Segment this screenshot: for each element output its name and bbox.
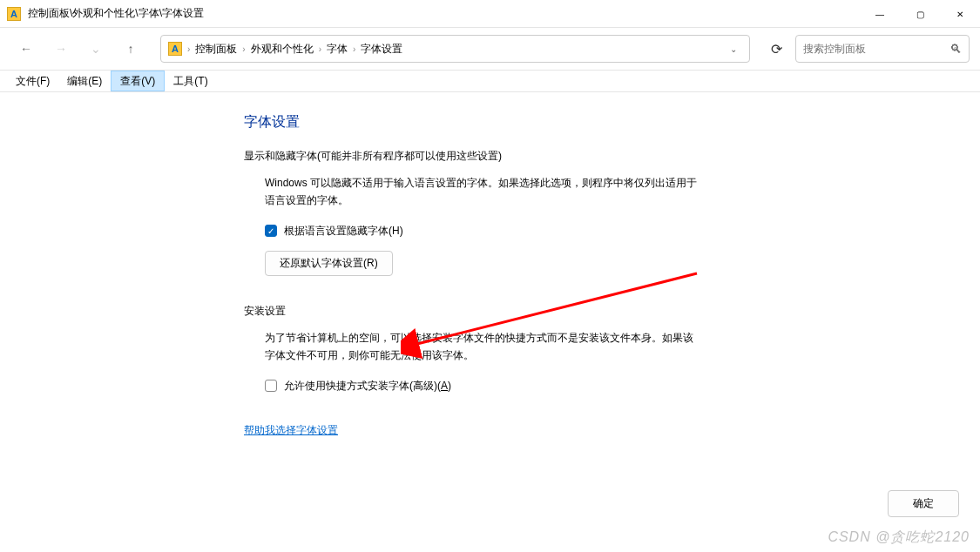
menu-view[interactable]: 查看(V) [111,71,165,91]
section-install-desc: 为了节省计算机上的空间，可以选择安装字体文件的快捷方式而不是安装该文件本身。如果… [265,329,697,365]
app-icon: A [7,7,21,21]
page-title: 字体设置 [244,113,980,131]
back-button[interactable]: ← [10,33,42,64]
up-button[interactable]: ↑ [115,33,146,64]
address-dropdown-icon[interactable]: ⌄ [725,44,742,54]
section-install-title: 安装设置 [244,304,980,319]
section-show-hide-desc: Windows 可以隐藏不适用于输入语言设置的字体。如果选择此选项，则程序中将仅… [265,174,697,210]
breadcrumb-item[interactable]: 外观和个性化 [251,42,314,57]
content-area: 字体设置 显示和隐藏字体(可能并非所有程序都可以使用这些设置) Windows … [0,92,980,438]
shortcut-install-label: 允许使用快捷方式安装字体(高级)(A) [284,379,451,394]
hide-fonts-checkbox-row[interactable]: ✓ 根据语言设置隐藏字体(H) [265,224,697,239]
shortcut-install-checkbox[interactable] [265,380,277,392]
help-link[interactable]: 帮助我选择字体设置 [244,423,338,438]
menu-file[interactable]: 文件(F) [7,71,58,91]
window-title: 控制面板\外观和个性化\字体\字体设置 [28,6,860,21]
menu-edit[interactable]: 编辑(E) [58,71,111,91]
watermark: CSDN @贪吃蛇2120 [828,528,970,547]
recent-dropdown-icon[interactable]: ⌄ [80,33,112,64]
search-box[interactable]: 🔍︎ [795,35,970,63]
breadcrumb-sep: › [242,44,245,54]
menu-bar: 文件(F) 编辑(E) 查看(V) 工具(T) [0,70,980,92]
window-controls: — ▢ ✕ [860,0,980,27]
breadcrumb-sep: › [353,44,355,54]
title-bar: A 控制面板\外观和个性化\字体\字体设置 — ▢ ✕ [0,0,980,28]
hide-fonts-checkbox[interactable]: ✓ [265,225,277,237]
nav-bar: ← → ⌄ ↑ A › 控制面板 › 外观和个性化 › 字体 › 字体设置 ⌄ … [0,28,980,70]
ok-button[interactable]: 确定 [888,490,959,517]
menu-tools[interactable]: 工具(T) [165,71,216,91]
breadcrumb-item[interactable]: 字体设置 [361,42,402,57]
shortcut-install-checkbox-row[interactable]: 允许使用快捷方式安装字体(高级)(A) [265,379,697,394]
minimize-button[interactable]: — [860,0,900,28]
breadcrumb-item[interactable]: 字体 [327,42,348,57]
breadcrumb-sep: › [187,44,190,54]
hide-fonts-label: 根据语言设置隐藏字体(H) [284,224,403,239]
maximize-button[interactable]: ▢ [900,0,940,28]
breadcrumb-sep: › [319,44,321,54]
bottom-bar: 确定 [888,490,959,517]
breadcrumb-item[interactable]: 控制面板 [195,42,237,57]
search-input[interactable] [803,43,950,55]
address-bar[interactable]: A › 控制面板 › 外观和个性化 › 字体 › 字体设置 ⌄ [160,35,750,63]
forward-button[interactable]: → [45,33,77,64]
refresh-button[interactable]: ⟳ [760,35,792,63]
section-show-hide-title: 显示和隐藏字体(可能并非所有程序都可以使用这些设置) [244,149,980,164]
close-button[interactable]: ✕ [940,0,980,28]
restore-defaults-button[interactable]: 还原默认字体设置(R) [265,251,393,276]
search-icon[interactable]: 🔍︎ [950,42,962,56]
address-icon: A [168,42,182,56]
